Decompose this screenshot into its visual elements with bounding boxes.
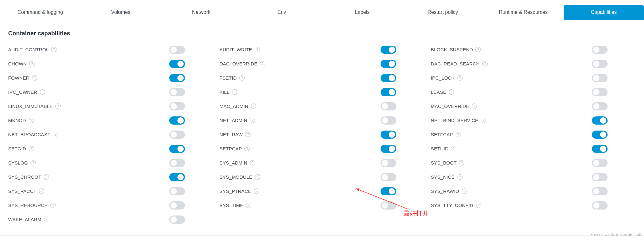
toggle-audit_write[interactable]	[381, 46, 396, 54]
help-icon[interactable]: ?	[245, 132, 251, 137]
toggle-sys_ptrace[interactable]	[381, 187, 396, 195]
help-icon[interactable]: ?	[476, 203, 481, 208]
help-icon[interactable]: ?	[260, 61, 265, 66]
help-icon[interactable]: ?	[239, 75, 245, 81]
help-icon[interactable]: ?	[232, 89, 237, 95]
toggle-wake_alarm[interactable]	[169, 216, 185, 224]
help-icon[interactable]: ?	[462, 188, 467, 194]
toggle-block_suspend[interactable]	[592, 46, 608, 54]
toggle-net_broadcast[interactable]	[169, 131, 185, 139]
help-icon[interactable]: ?	[246, 203, 251, 208]
capability-row-ipc_lock: IPC_LOCK?	[431, 71, 636, 85]
toggle-linux_immutable[interactable]	[169, 102, 185, 110]
toggle-sys_boot[interactable]	[592, 159, 608, 167]
tab-capabilities[interactable]: Capabilities	[564, 5, 644, 20]
toggle-sys_chroot[interactable]	[169, 173, 185, 181]
help-icon[interactable]: ?	[32, 75, 37, 81]
help-icon[interactable]: ?	[39, 188, 44, 194]
toggle-setuid[interactable]	[592, 145, 608, 153]
toggle-ipc_lock[interactable]	[592, 74, 608, 82]
toggle-syslog[interactable]	[169, 159, 185, 167]
help-icon[interactable]: ?	[482, 61, 488, 66]
toggle-mac_admin[interactable]	[381, 102, 396, 110]
toggle-mac_override[interactable]	[592, 102, 608, 110]
capability-name: DAC_OVERRIDE	[219, 61, 257, 66]
toggle-knob	[382, 160, 388, 166]
tab-volumes[interactable]: Volumes	[80, 5, 161, 20]
toggle-setfcap[interactable]	[592, 131, 608, 139]
help-icon[interactable]: ?	[457, 174, 463, 180]
help-icon[interactable]: ?	[44, 174, 49, 180]
toggle-ipc_owner[interactable]	[169, 88, 185, 96]
help-icon[interactable]: ?	[50, 203, 56, 208]
help-icon[interactable]: ?	[250, 160, 255, 165]
capability-row-sys_admin: SYS_ADMIN?	[219, 156, 425, 170]
toggle-setpcap[interactable]	[381, 145, 396, 153]
toggle-fowner[interactable]	[169, 74, 185, 82]
toggle-sys_rawio[interactable]	[592, 187, 608, 195]
help-icon[interactable]: ?	[449, 89, 454, 95]
tab-network[interactable]: Network	[161, 5, 241, 20]
help-icon[interactable]: ?	[457, 75, 463, 81]
help-icon[interactable]: ?	[255, 47, 260, 52]
toggle-lease[interactable]	[592, 88, 608, 96]
toggle-sys_tty_config[interactable]	[592, 201, 608, 210]
help-icon[interactable]: ?	[254, 188, 259, 194]
help-icon[interactable]: ?	[244, 146, 250, 151]
help-icon[interactable]: ?	[475, 47, 481, 52]
capability-row-net_broadcast: NET_BROADCAST?	[8, 127, 213, 142]
tab-runtime[interactable]: Runtime & Resources	[483, 5, 563, 20]
toggle-knob	[170, 160, 177, 166]
help-icon[interactable]: ?	[29, 61, 35, 66]
toggle-knob	[170, 47, 177, 53]
capability-label: SYS_PACCT?	[8, 188, 44, 194]
help-icon[interactable]: ?	[250, 118, 255, 123]
help-icon[interactable]: ?	[255, 174, 260, 180]
toggle-audit_control[interactable]	[169, 46, 185, 54]
toggle-knob	[170, 216, 177, 223]
help-icon[interactable]: ?	[29, 118, 34, 123]
toggle-knob	[593, 75, 599, 81]
help-icon[interactable]: ?	[459, 160, 464, 165]
capability-row-fsetid: FSETID?	[219, 71, 425, 85]
toggle-net_bind_service[interactable]	[592, 116, 608, 125]
toggle-sys_nice[interactable]	[592, 173, 608, 181]
capability-row-setpcap: SETPCAP?	[219, 142, 425, 156]
help-icon[interactable]: ?	[30, 160, 36, 165]
tab-labels[interactable]: Labels	[322, 5, 403, 20]
toggle-mknod[interactable]	[169, 116, 185, 125]
capability-row-syslog: SYSLOG?	[8, 156, 213, 170]
help-icon[interactable]: ?	[40, 89, 45, 95]
toggle-sys_time[interactable]	[381, 201, 396, 210]
tab-cmd[interactable]: Command & logging	[0, 5, 80, 20]
help-icon[interactable]: ?	[51, 47, 57, 52]
help-icon[interactable]: ?	[29, 146, 34, 151]
toggle-sys_admin[interactable]	[381, 159, 396, 167]
capability-name: AUDIT_WRITE	[219, 47, 252, 52]
toggle-setgid[interactable]	[169, 145, 185, 153]
toggle-dac_override[interactable]	[381, 60, 396, 68]
help-icon[interactable]: ?	[55, 104, 61, 109]
capability-name: NET_BROADCAST	[8, 132, 50, 137]
toggle-dac_read_search[interactable]	[592, 60, 608, 68]
tab-restart[interactable]: Restart policy	[403, 5, 483, 20]
tab-env[interactable]: Env	[241, 5, 322, 20]
help-icon[interactable]: ?	[451, 146, 456, 151]
capability-name: DAC_READ_SEARCH	[431, 61, 480, 66]
toggle-kill[interactable]	[381, 88, 396, 96]
toggle-fsetid[interactable]	[381, 74, 396, 82]
capability-row-wake_alarm: WAKE_ALARM?	[8, 212, 213, 227]
toggle-net_raw[interactable]	[381, 131, 396, 139]
help-icon[interactable]: ?	[53, 132, 58, 137]
toggle-sys_resource[interactable]	[169, 201, 185, 210]
toggle-knob	[177, 146, 184, 152]
help-icon[interactable]: ?	[481, 118, 486, 123]
help-icon[interactable]: ?	[472, 104, 477, 109]
help-icon[interactable]: ?	[456, 132, 461, 137]
toggle-sys_pacct[interactable]	[169, 187, 185, 195]
toggle-sys_module[interactable]	[381, 173, 396, 181]
help-icon[interactable]: ?	[44, 217, 49, 222]
help-icon[interactable]: ?	[251, 104, 256, 109]
toggle-net_admin[interactable]	[381, 116, 396, 125]
toggle-chown[interactable]	[169, 60, 185, 68]
